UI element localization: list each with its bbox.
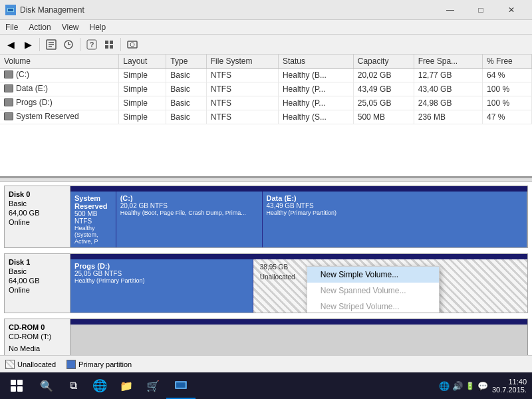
table-row[interactable]: Progs (D:) Simple Basic NTFS Healthy (P.… [0,96,532,110]
disk0-part2[interactable]: (C:) 20,02 GB NTFS Healthy (Boot, Page F… [116,192,263,247]
table-row[interactable]: (C:) Simple Basic NTFS Healthy (B... 20,… [0,68,532,82]
taskbar-diskmgmt-app[interactable] [166,372,196,399]
table-header-row: Volume Layout Type File System Status Ca… [0,55,532,68]
taskbar-volume-icon: 🔊 [452,381,463,391]
disk-table-area: Volume Layout Type File System Status Ca… [0,55,532,178]
legend-primary-box [66,360,76,369]
taskbar-search-button[interactable]: 🔍 [33,372,60,399]
col-free[interactable]: Free Spa... [414,55,482,68]
cdrom0-label: CD-ROM 0 CD-ROM (T:) No Media [4,319,70,355]
svg-rect-10 [105,41,108,44]
windows-logo-icon [11,380,23,392]
rescan-button[interactable] [61,37,76,53]
help-button[interactable]: ? [84,37,100,53]
disk0-part3-name: Data (E:) [267,194,523,202]
svg-point-15 [130,43,134,47]
disk1-part1[interactable]: Progs (D:) 25,05 GB NTFS Healthy (Primar… [70,259,253,313]
col-volume[interactable]: Volume [0,55,119,68]
taskbar-time: 11:40 [492,378,527,386]
disk0-part3-status: Healthy (Primary Partition) [267,209,523,216]
col-capacity[interactable]: Capacity [353,55,414,68]
properties-button[interactable] [43,37,59,53]
disk-view-area: Disk 0 Basic 64,00 GB Online System Rese… [0,182,532,355]
minimize-button[interactable]: — [435,0,466,20]
cell-fs: NTFS [206,96,278,110]
disk0-size: 64,00 GB [9,209,66,217]
cell-free: 43,40 GB [414,82,482,96]
col-type[interactable]: Type [166,55,206,68]
table-row[interactable]: System Reserved Simple Basic NTFS Health… [0,110,532,124]
taskbar-left: 🔍 ⧉ 🌐 📁 🛒 [0,372,196,399]
legend-bar: Unallocated Primary partition [0,355,532,372]
taskbar-edge-icon[interactable]: 🌐 [86,372,113,399]
context-new-striped[interactable]: New Striped Volume... [307,299,439,313]
disk0-part3-size: 43,49 GB NTFS [267,202,523,209]
svg-rect-2 [8,9,13,11]
window-controls: — □ ✕ [435,0,527,20]
taskbar-store-icon[interactable]: 🛒 [140,372,166,399]
disk0-row: Disk 0 Basic 64,00 GB Online System Rese… [4,186,528,248]
taskbar-explorer-icon[interactable]: 📁 [113,372,140,399]
cell-pct: 100 % [483,96,532,110]
disk1-type: Basic [9,267,66,275]
cdrom0-row: CD-ROM 0 CD-ROM (T:) No Media [4,319,528,355]
taskbar-notification-icon: 💬 [477,381,488,391]
legend-unalloc-label: Unallocated [17,360,56,368]
extra-button[interactable] [124,37,140,53]
maximize-button[interactable]: □ [466,0,496,20]
cell-volume: Data (E:) [0,82,119,96]
col-status[interactable]: Status [278,55,353,68]
close-button[interactable]: ✕ [496,0,527,20]
disk1-status: Online [9,286,66,294]
cdrom0-status: No Media [9,344,66,352]
cell-fs: NTFS [206,68,278,82]
cell-capacity: 25,05 GB [353,96,414,110]
disk0-part2-size: 20,02 GB NTFS [120,202,258,209]
legend-primary-label: Primary partition [78,360,132,368]
disk1-unalloc[interactable]: 38,95 GB Unallocated New Simple Volume..… [253,259,527,313]
disk0-part3[interactable]: Data (E:) 43,49 GB NTFS Healthy (Primary… [263,192,527,247]
menu-help[interactable]: Help [84,20,112,35]
cell-volume: System Reserved [0,110,119,124]
context-new-simple[interactable]: New Simple Volume... [307,267,439,283]
cell-capacity: 500 MB [353,110,414,124]
table-row[interactable]: Data (E:) Simple Basic NTFS Healthy (P..… [0,82,532,96]
col-filesystem[interactable]: File System [206,55,278,68]
disk0-part1-status: Healthy (System, Active, P [74,225,112,245]
menu-file[interactable]: File [0,20,23,35]
cell-free: 12,77 GB [414,68,482,82]
disk1-partitions: Progs (D:) 25,05 GB NTFS Healthy (Primar… [70,253,528,313]
cell-pct: 64 % [483,68,532,82]
cell-capacity: 43,49 GB [353,82,414,96]
taskbar: 🔍 ⧉ 🌐 📁 🛒 🌐 🔊 🔋 💬 11:40 30.7.2015. [0,372,532,399]
menu-view[interactable]: View [57,20,84,35]
menu-action[interactable]: Action [23,20,56,35]
menu-bar: File Action View Help [0,20,532,35]
back-button[interactable]: ◀ [3,37,19,53]
settings-button[interactable] [101,37,117,53]
disk0-part1[interactable]: System Reserved 500 MB NTFS Healthy (Sys… [70,192,116,247]
legend-unalloc: Unallocated [5,360,56,369]
cell-volume: Progs (D:) [0,96,119,110]
disk1-part1-status: Healthy (Primary Partition) [74,277,249,284]
cdrom0-type: CD-ROM (T:) [9,332,66,340]
cell-type: Basic [166,68,206,82]
disk1-label: Disk 1 Basic 64,00 GB Online [4,253,70,313]
disk0-status: Online [9,218,66,226]
start-button[interactable] [0,372,33,399]
col-pct[interactable]: % Free [483,55,532,68]
cell-status: Healthy (S... [278,110,353,124]
toolbar-sep-2 [80,38,80,51]
disk1-size: 64,00 GB [9,277,66,285]
cell-type: Basic [166,96,206,110]
cdrom0-partitions [70,319,528,355]
context-new-spanned[interactable]: New Spanned Volume... [307,283,439,299]
title-bar: Disk Management — □ ✕ [0,0,532,20]
taskbar-task-view[interactable]: ⧉ [60,372,86,399]
forward-button[interactable]: ▶ [20,37,36,53]
taskbar-right: 🌐 🔊 🔋 💬 11:40 30.7.2015. [434,378,532,394]
disk0-type: Basic [9,200,66,207]
cell-capacity: 20,02 GB [353,68,414,82]
col-layout[interactable]: Layout [119,55,166,68]
disk0-part2-name: (C:) [120,194,258,202]
